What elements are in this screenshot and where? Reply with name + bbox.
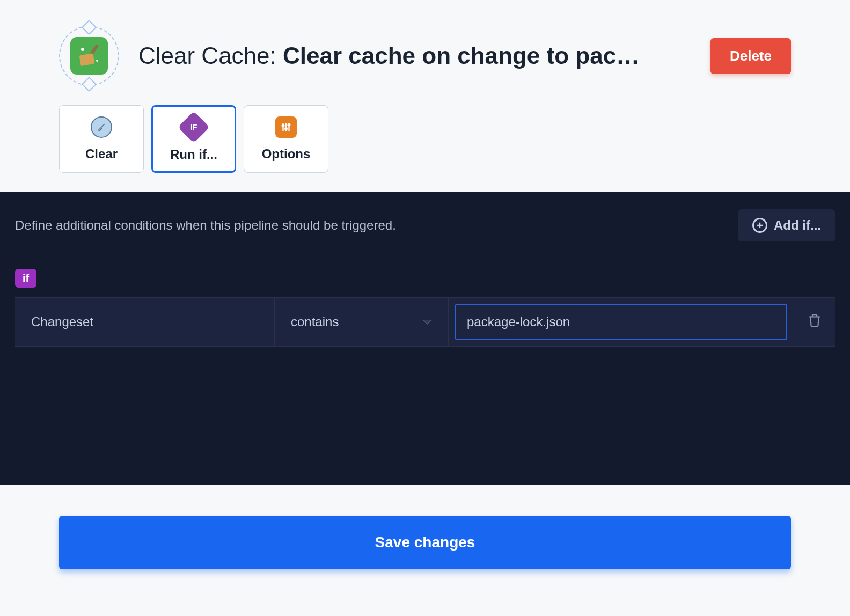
condition-row: Changeset contains — [15, 297, 835, 347]
tab-label: Clear — [85, 146, 118, 162]
title-area: Clear Cache: Clear cache on change to pa… — [138, 42, 691, 69]
add-if-button[interactable]: + Add if... — [738, 209, 835, 241]
save-changes-button[interactable]: Save changes — [59, 516, 791, 569]
delete-button[interactable]: Delete — [710, 38, 791, 74]
tab-clear[interactable]: Clear — [59, 105, 144, 173]
tab-run-if[interactable]: IF Run if... — [151, 105, 236, 173]
plus-circle-icon: + — [752, 218, 767, 233]
broom-icon — [91, 116, 112, 138]
clear-cache-icon — [70, 37, 108, 75]
if-badge: if — [15, 269, 36, 288]
sliders-icon — [275, 116, 297, 138]
svg-point-3 — [282, 124, 284, 127]
page-title: Clear Cache: Clear cache on change to pa… — [138, 42, 691, 69]
tab-label: Options — [262, 146, 311, 162]
tabs-row: Clear IF Run if... Options — [0, 86, 850, 173]
condition-operator-select[interactable]: contains — [275, 298, 449, 346]
delete-condition-button[interactable] — [794, 298, 835, 346]
tab-options[interactable]: Options — [244, 105, 328, 173]
panel-description: Define additional conditions when this p… — [15, 218, 396, 233]
footer: Save changes — [0, 485, 850, 600]
if-icon: IF — [178, 111, 209, 143]
condition-value-input[interactable] — [455, 304, 787, 340]
tab-label: Run if... — [170, 147, 217, 162]
svg-point-4 — [285, 128, 287, 130]
svg-point-5 — [288, 124, 290, 126]
trash-icon — [808, 313, 822, 331]
condition-field-select[interactable]: Changeset — [15, 298, 275, 346]
page-header: Clear Cache: Clear cache on change to pa… — [0, 0, 850, 86]
condition-value-cell — [449, 298, 794, 346]
condition-section: if Changeset contains — [0, 259, 850, 347]
action-icon-badge — [59, 26, 119, 86]
conditions-panel: Define additional conditions when this p… — [0, 192, 850, 485]
panel-header: Define additional conditions when this p… — [0, 192, 850, 259]
chevron-down-icon — [422, 314, 432, 329]
